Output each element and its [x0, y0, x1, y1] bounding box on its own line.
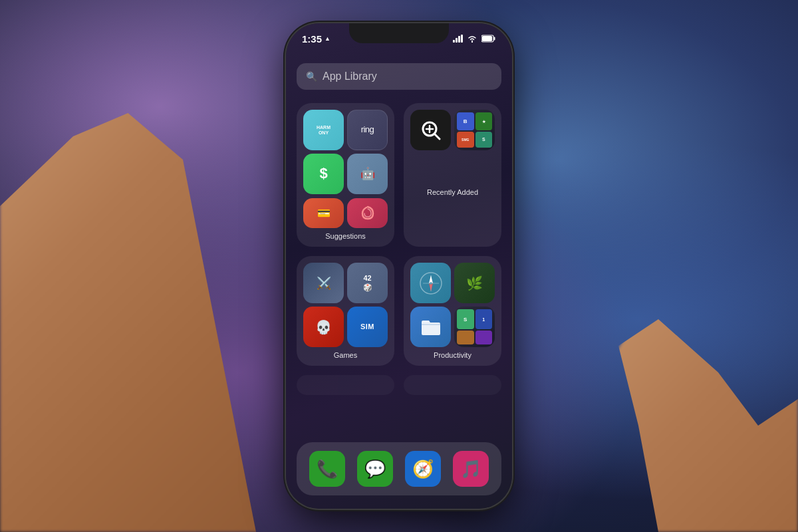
- safari-compass-icon: [419, 271, 443, 295]
- app-multi[interactable]: S 1: [454, 307, 495, 347]
- app-robinhood[interactable]: 🌿: [454, 263, 495, 303]
- app-skulls[interactable]: 💀: [303, 307, 344, 347]
- dock-messages[interactable]: 💬: [357, 451, 393, 487]
- app-files[interactable]: [410, 307, 451, 347]
- svg-line-4: [434, 134, 440, 139]
- battery-icon: [481, 35, 496, 43]
- app-safari[interactable]: [410, 263, 451, 303]
- folder-productivity[interactable]: 🌿 S 1: [404, 256, 501, 366]
- app-harmony[interactable]: HARMONY: [303, 110, 344, 150]
- svg-rect-2: [482, 36, 492, 41]
- folder-games-label: Games: [334, 351, 357, 359]
- folder-games[interactable]: ⚔️ 42🎲 💀 SIM: [297, 256, 394, 366]
- app-final-fantasy[interactable]: ⚔️: [303, 263, 344, 303]
- app-grid: HARMONY ring $ 🤖: [297, 103, 501, 366]
- folder-productivity-apps: 🌿 S 1: [410, 263, 495, 347]
- dock-music[interactable]: 🎵: [453, 451, 489, 487]
- dock-safari[interactable]: 🧭: [405, 451, 441, 487]
- folder-suggestions-label: Suggestions: [325, 232, 366, 240]
- app-ring[interactable]: ring: [347, 110, 388, 150]
- search-placeholder: App Library: [323, 70, 377, 82]
- app-ai[interactable]: 🤖: [347, 154, 388, 194]
- phone-notch: [349, 23, 449, 43]
- bottom-hint-row: [297, 375, 501, 395]
- folder-recently-added[interactable]: B ★ SMG S Recently Added: [404, 103, 501, 247]
- app-loupe[interactable]: [410, 110, 451, 150]
- folder-suggestions-apps: HARMONY ring $ 🤖: [303, 110, 388, 194]
- status-icons: [453, 35, 496, 43]
- files-folder-icon: [420, 318, 442, 336]
- nova-swirl-icon: [358, 204, 377, 223]
- folder-suggestions[interactable]: HARMONY ring $ 🤖: [297, 103, 394, 247]
- wifi-icon: [467, 35, 477, 43]
- folder-recently-added-label: Recently Added: [427, 188, 478, 196]
- screen-content: 🔍 App Library HARMONY ring: [286, 57, 512, 509]
- search-icon: 🔍: [306, 71, 317, 82]
- app-cash[interactable]: $: [303, 154, 344, 194]
- app-smg[interactable]: B ★ SMG S: [454, 110, 495, 150]
- app-dice[interactable]: 42🎲: [347, 263, 388, 303]
- status-time: 1:35 ▲: [302, 33, 331, 45]
- dock: 📞 💬 🧭 🎵: [297, 442, 501, 495]
- folder-games-apps: ⚔️ 42🎲 💀 SIM: [303, 263, 388, 347]
- signal-icon: [453, 35, 463, 43]
- loupe-icon: [419, 118, 443, 142]
- folder-productivity-label: Productivity: [434, 351, 471, 359]
- app-wallet[interactable]: 💳: [303, 198, 344, 228]
- phone-device: 1:35 ▲: [286, 23, 512, 509]
- app-nova[interactable]: [347, 198, 388, 228]
- dock-phone[interactable]: 📞: [309, 451, 345, 487]
- phone-screen: 1:35 ▲: [286, 23, 512, 509]
- search-bar[interactable]: 🔍 App Library: [297, 63, 501, 90]
- svg-rect-1: [494, 37, 495, 41]
- app-sim[interactable]: SIM: [347, 307, 388, 347]
- location-icon: ▲: [325, 35, 331, 42]
